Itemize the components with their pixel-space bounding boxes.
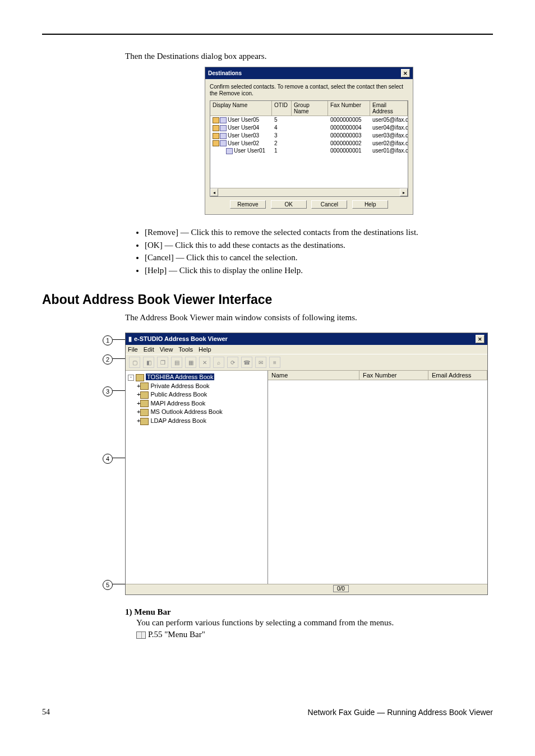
paste-icon[interactable]: ▤	[171, 357, 182, 368]
tree-item-label: Private Address Book	[150, 382, 209, 389]
contacts-list: Display Name OTID Group Name Fax Number …	[210, 100, 408, 197]
find-icon[interactable]: ⌕	[213, 357, 224, 368]
intro-text: Then the Destinations dialog box appears…	[125, 52, 493, 61]
tree-item[interactable]: +MAPI Address Book	[137, 399, 265, 408]
table-row[interactable]: User User01 1 0000000001 user01@ifax.com	[210, 147, 408, 155]
cell-email: user05@ifax.com	[370, 116, 408, 124]
cell-email: user04@ifax.com	[370, 124, 408, 132]
header-email[interactable]: Email Address	[370, 101, 408, 116]
email-icon	[220, 125, 227, 131]
dialog-titlebar: Destinations ✕	[205, 67, 413, 79]
tree-item-label: Public Address Book	[150, 391, 207, 398]
cancel-button[interactable]: Cancel	[311, 200, 347, 209]
ok-button[interactable]: OK	[271, 200, 307, 209]
dialog-instruction: Confirm selected contacts. To remove a c…	[210, 84, 408, 97]
callout-4: 4	[103, 454, 113, 464]
list-pane: Name Fax Number Email Address	[268, 371, 487, 584]
cell-fax: 0000000003	[328, 132, 370, 140]
menu-tools[interactable]: Tools	[178, 346, 193, 353]
help-button[interactable]: Help	[352, 200, 388, 209]
tree-item[interactable]: +LDAP Address Book	[137, 417, 265, 426]
menu-file[interactable]: File	[128, 346, 138, 353]
table-row[interactable]: User User02 2 0000000002 user02@ifax.com	[210, 140, 408, 147]
header-group-name[interactable]: Group Name	[292, 101, 328, 116]
menu-help[interactable]: Help	[199, 346, 211, 353]
callout-1: 1	[103, 335, 113, 345]
bullet-item: [Cancel] — Click this to cancel the sele…	[145, 251, 493, 264]
table-row[interactable]: User User03 3 0000000003 user03@ifax.com	[210, 132, 408, 140]
close-icon[interactable]: ✕	[476, 335, 485, 343]
tree-root-label: TOSHIBA Address Book	[146, 374, 214, 380]
refresh-icon[interactable]: ⟳	[227, 357, 238, 368]
remove-button[interactable]: Remove	[230, 200, 266, 209]
scroll-left-icon[interactable]: ◂	[210, 188, 218, 196]
copy-icon[interactable]: ❐	[157, 357, 168, 368]
fax-icon[interactable]: ☎	[241, 357, 252, 368]
cell-email: user03@ifax.com	[370, 132, 408, 140]
header-fax[interactable]: Fax Number	[359, 371, 428, 380]
book-icon	[140, 418, 149, 425]
header-email[interactable]: Email Address	[428, 371, 487, 380]
horizontal-scrollbar[interactable]: ◂ ▸	[210, 188, 408, 196]
cell-fax: 0000000005	[328, 116, 370, 124]
contact-icon	[213, 140, 219, 146]
cell-group	[292, 124, 328, 132]
menu-edit[interactable]: Edit	[144, 346, 154, 353]
cell-fax: 0000000002	[328, 140, 370, 147]
toolbar: ▢ ◧ ❐ ▤ ▦ ✕ ⌕ ⟳ ☎ ✉ ≡	[126, 354, 487, 371]
viewer-title: e-STUDIO Address Book Viewer	[134, 335, 228, 342]
cell-otid: 5	[272, 116, 292, 124]
cell-name: User User03	[228, 132, 259, 139]
collapse-icon[interactable]: -	[128, 375, 134, 381]
section-heading: About Address Book Viewer Interface	[42, 292, 493, 307]
new-contact-icon[interactable]: ◧	[143, 357, 154, 368]
bullet-item: [OK] — Click this to add these contacts …	[145, 239, 493, 252]
close-icon[interactable]: ✕	[401, 69, 410, 77]
desc-number: 1)	[125, 607, 132, 616]
tree-item[interactable]: +Private Address Book	[137, 382, 265, 391]
table-row[interactable]: User User04 4 0000000004 user04@ifax.com	[210, 124, 408, 132]
header-name[interactable]: Name	[268, 371, 359, 380]
header-display-name[interactable]: Display Name	[210, 101, 272, 116]
status-count: 0/0	[333, 585, 349, 592]
contact-icon	[213, 117, 219, 123]
tree-item[interactable]: +Public Address Book	[137, 390, 265, 399]
cell-fax: 0000000001	[328, 147, 370, 155]
cell-group	[292, 147, 328, 155]
cell-name: User User04	[228, 125, 259, 131]
desc-ref: P.55 "Menu Bar"	[148, 630, 205, 639]
new-book-icon[interactable]: ▢	[129, 357, 140, 368]
cell-email: user02@ifax.com	[370, 140, 408, 147]
list-headers: Display Name OTID Group Name Fax Number …	[210, 101, 408, 116]
address-book-viewer-window: ▮e-STUDIO Address Book Viewer ✕ File Edi…	[125, 333, 488, 595]
tree-root[interactable]: -TOSHIBA Address Book	[128, 373, 265, 382]
section-intro: The Address Book Viewer main window cons…	[125, 313, 493, 322]
app-icon: ▮	[128, 335, 132, 342]
top-rule	[42, 34, 493, 35]
tree-item-label: MAPI Address Book	[150, 400, 205, 407]
table-row[interactable]: User User05 5 0000000005 user05@ifax.com	[210, 116, 408, 124]
cell-group	[292, 140, 328, 147]
callout-3: 3	[103, 386, 113, 397]
bullet-list: [Remove] — Click this to remove the sele…	[125, 226, 493, 276]
mail-icon[interactable]: ✉	[255, 357, 266, 368]
viewer-titlebar: ▮e-STUDIO Address Book Viewer ✕	[126, 333, 487, 345]
cell-name: User User05	[228, 117, 259, 123]
list-headers: Name Fax Number Email Address	[268, 371, 487, 380]
callout-2: 2	[103, 354, 113, 365]
cell-email: user01@ifax.com	[370, 147, 408, 155]
menu-view[interactable]: View	[160, 346, 173, 353]
cell-otid: 4	[272, 124, 292, 132]
cell-group	[292, 116, 328, 124]
header-otid[interactable]: OTID	[272, 101, 292, 116]
callout-5: 5	[103, 580, 113, 590]
delete-icon[interactable]: ✕	[199, 357, 210, 368]
tree-item[interactable]: +MS Outlook Address Book	[137, 408, 265, 417]
properties-icon[interactable]: ▦	[185, 357, 196, 368]
header-fax-number[interactable]: Fax Number	[328, 101, 370, 116]
book-icon	[136, 374, 144, 381]
email-icon	[220, 140, 227, 146]
scroll-right-icon[interactable]: ▸	[400, 188, 408, 196]
list-icon[interactable]: ≡	[269, 357, 280, 368]
book-icon	[140, 391, 149, 399]
